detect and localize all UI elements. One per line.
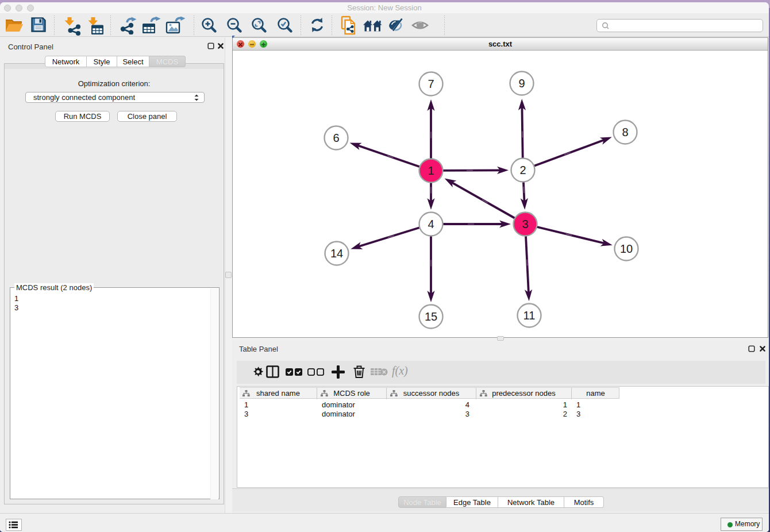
svg-text:4: 4 <box>428 218 434 230</box>
svg-text:3: 3 <box>522 218 528 230</box>
svg-text:7: 7 <box>428 78 434 90</box>
svg-text:1: 1 <box>428 164 434 177</box>
svg-text:15: 15 <box>425 310 437 323</box>
svg-text:2: 2 <box>519 164 526 176</box>
svg-text:11: 11 <box>523 309 536 322</box>
svg-text:9: 9 <box>518 77 525 90</box>
svg-text:10: 10 <box>620 242 633 255</box>
svg-text:6: 6 <box>333 132 339 144</box>
svg-text:14: 14 <box>330 247 343 260</box>
svg-text:8: 8 <box>622 126 628 138</box>
